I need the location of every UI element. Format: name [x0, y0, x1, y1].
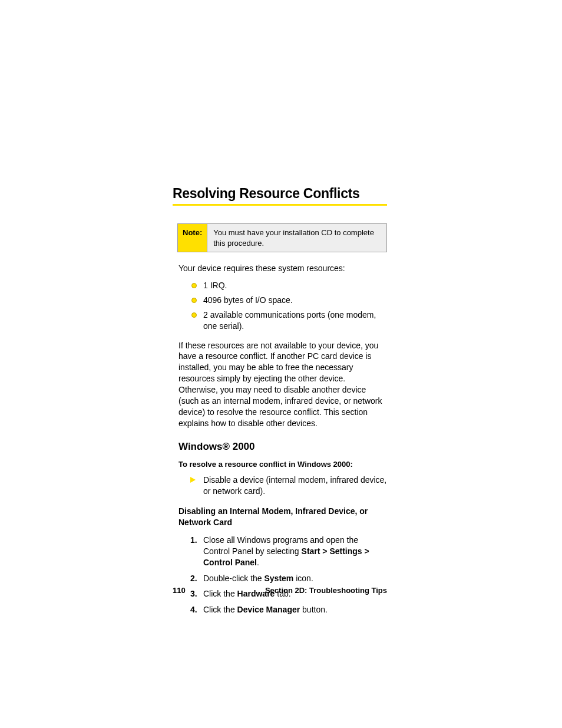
step-text: Click the — [203, 605, 237, 614]
steps-list: Close all Windows programs and open the … — [190, 535, 387, 615]
page-footer: 110 Section 2D: Troubleshooting Tips — [173, 586, 387, 595]
note-text: You must have your installation CD to co… — [207, 224, 386, 252]
title-rule — [173, 204, 387, 206]
lead-line: To resolve a resource conflict in Window… — [178, 460, 387, 469]
list-item: 1 IRQ. — [190, 280, 387, 291]
step-bold: Device Manager — [237, 605, 300, 614]
section-title: Resolving Resource Conflicts — [173, 186, 387, 202]
step-item: Double-click the System icon. — [190, 573, 387, 584]
content-column: Resolving Resource Conflicts Note: You m… — [173, 186, 387, 615]
note-box: Note: You must have your installation CD… — [177, 223, 387, 252]
arrow-list: Disable a device (internal modem, infrar… — [190, 475, 387, 497]
step-text: Double-click the — [203, 574, 265, 583]
page: Resolving Resource Conflicts Note: You m… — [0, 0, 562, 728]
intro-paragraph: Your device requires these system resour… — [178, 263, 387, 274]
step-text: button. — [300, 605, 328, 614]
section-label: Section 2D: Troubleshooting Tips — [265, 586, 387, 595]
os-subheading: Windows® 2000 — [178, 441, 387, 453]
resource-list: 1 IRQ. 4096 bytes of I/O space. 2 availa… — [190, 280, 387, 332]
disable-heading: Disabling an Internal Modem, Infrared De… — [178, 506, 387, 527]
list-item: Disable a device (internal modem, infrar… — [190, 475, 387, 497]
list-item: 4096 bytes of I/O space. — [190, 295, 387, 306]
step-text: icon. — [293, 574, 313, 583]
conflict-paragraph: If these resources are not available to … — [178, 340, 387, 429]
step-item: Click the Device Manager button. — [190, 604, 387, 615]
note-label: Note: — [178, 224, 207, 252]
list-item: 2 available communications ports (one mo… — [190, 309, 387, 332]
page-number: 110 — [173, 586, 186, 595]
step-text: . — [257, 558, 259, 567]
step-item: Close all Windows programs and open the … — [190, 535, 387, 568]
step-bold: System — [265, 574, 294, 583]
